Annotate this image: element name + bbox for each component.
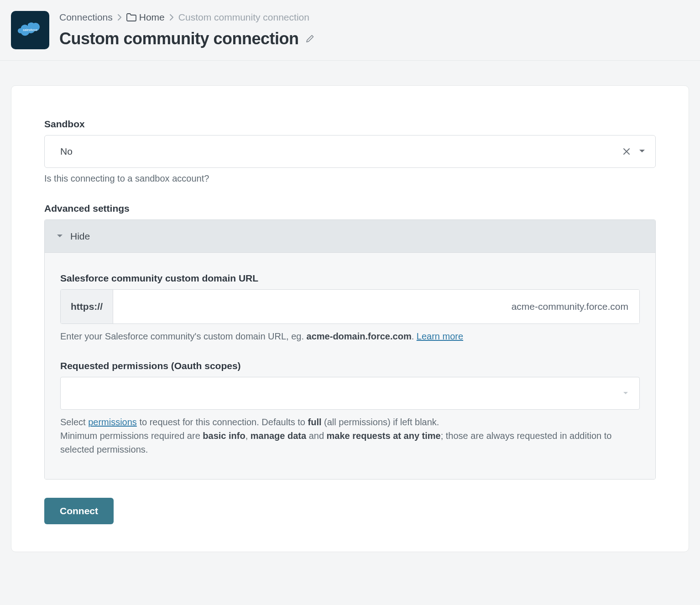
salesforce-icon: salesforce bbox=[18, 22, 42, 38]
breadcrumb-home-label: Home bbox=[139, 12, 165, 23]
chevron-right-icon bbox=[117, 14, 122, 21]
breadcrumb: Connections Home Custom community connec… bbox=[59, 12, 314, 23]
sandbox-label: Sandbox bbox=[44, 119, 656, 130]
sandbox-select-value: No bbox=[60, 146, 622, 157]
advanced-settings-label: Advanced settings bbox=[44, 203, 656, 214]
custom-domain-input[interactable] bbox=[113, 290, 639, 323]
caret-down-icon bbox=[57, 234, 63, 239]
pencil-icon[interactable] bbox=[305, 34, 314, 43]
advanced-toggle-label: Hide bbox=[70, 231, 90, 242]
page-header: salesforce Connections Home Custom comm bbox=[0, 0, 700, 61]
custom-domain-field: Salesforce community custom domain URL h… bbox=[60, 273, 640, 343]
svg-text:salesforce: salesforce bbox=[23, 28, 37, 31]
permissions-helper: Select permissions to request for this c… bbox=[60, 415, 640, 456]
caret-down-icon bbox=[639, 149, 645, 154]
custom-domain-label: Salesforce community custom domain URL bbox=[60, 273, 640, 284]
permissions-field: Requested permissions (Oauth scopes) Sel… bbox=[60, 360, 640, 456]
sandbox-field: Sandbox No Is this connecting to a sandb… bbox=[44, 119, 656, 184]
custom-domain-helper: Enter your Salesforce community's custom… bbox=[60, 329, 640, 343]
advanced-toggle[interactable]: Hide bbox=[45, 220, 655, 253]
breadcrumb-current: Custom community connection bbox=[178, 12, 309, 23]
page-title: Custom community connection bbox=[59, 29, 299, 48]
permissions-label: Requested permissions (Oauth scopes) bbox=[60, 360, 640, 371]
connection-form-card: Sandbox No Is this connecting to a sandb… bbox=[11, 85, 689, 552]
chevron-right-icon bbox=[169, 14, 174, 21]
app-icon: salesforce bbox=[11, 11, 49, 49]
learn-more-link[interactable]: Learn more bbox=[417, 331, 463, 341]
sandbox-select[interactable]: No bbox=[44, 135, 656, 168]
connect-button[interactable]: Connect bbox=[44, 498, 114, 524]
caret-down-icon bbox=[623, 391, 628, 395]
permissions-link[interactable]: permissions bbox=[88, 417, 137, 427]
folder-icon bbox=[126, 13, 136, 21]
advanced-settings-section: Advanced settings Hide Salesforce commun… bbox=[44, 203, 656, 480]
sandbox-helper: Is this connecting to a sandbox account? bbox=[44, 173, 656, 184]
close-icon[interactable] bbox=[622, 147, 631, 156]
permissions-select[interactable] bbox=[60, 377, 640, 410]
url-prefix: https:// bbox=[61, 290, 113, 323]
breadcrumb-connections[interactable]: Connections bbox=[59, 12, 113, 23]
breadcrumb-home[interactable]: Home bbox=[126, 12, 165, 23]
